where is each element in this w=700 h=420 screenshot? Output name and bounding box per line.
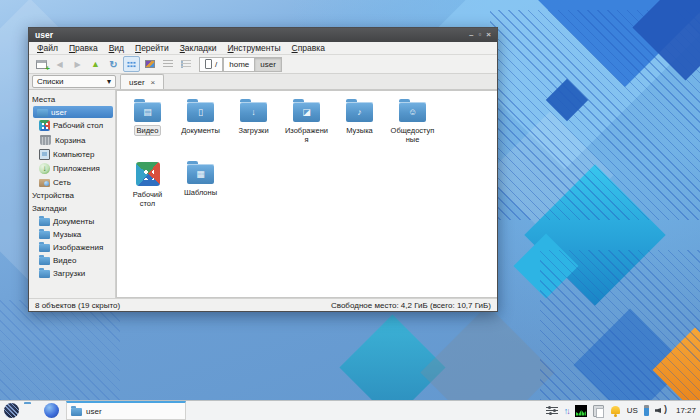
menu-item-2[interactable]: Вид: [109, 43, 124, 53]
tab-bar: user ×: [116, 74, 497, 89]
close-button[interactable]: ×: [486, 31, 491, 39]
refresh-button[interactable]: ↻: [105, 56, 122, 72]
folder-documents-emblem: ▯: [187, 102, 214, 122]
desktop-wallpaper: user – ▫ × ФайлПравкаВидПерейтиЗакладкиИ…: [0, 0, 700, 420]
browser-launcher-icon[interactable]: [44, 403, 59, 418]
path-root-button[interactable]: /: [199, 57, 223, 72]
sidebar-item[interactable]: Компьютер: [37, 148, 113, 161]
file-item[interactable]: Рабочий стол: [121, 161, 174, 223]
folder-music-icon: ♪: [346, 102, 373, 122]
app-menu-icon[interactable]: [4, 403, 19, 418]
mixer-icon[interactable]: [546, 405, 558, 416]
clipboard-icon[interactable]: [593, 405, 604, 417]
file-item[interactable]: ♪Музыка: [333, 99, 386, 161]
folder-icon: [39, 218, 50, 226]
menu-item-1[interactable]: Правка: [69, 43, 98, 53]
sidebar-item[interactable]: Видео: [37, 254, 113, 266]
sidebar-mode-dropdown[interactable]: Списки ▾: [32, 75, 116, 88]
sidebar-item-label: Рабочий стол: [53, 121, 103, 130]
keyboard-layout-indicator[interactable]: US: [627, 406, 638, 415]
device-icon: [205, 59, 212, 69]
minimize-button[interactable]: –: [469, 31, 473, 39]
compact-view-icon: [163, 60, 173, 68]
sidebar-item[interactable]: Корзина: [37, 133, 113, 147]
folder-public-icon: ☺: [399, 102, 426, 122]
system-monitor-icon[interactable]: [575, 405, 587, 417]
tab-close-icon[interactable]: ×: [151, 78, 156, 87]
desktop-icon: [136, 162, 160, 186]
menu-item-6[interactable]: Справка: [292, 43, 325, 53]
up-button[interactable]: ▲: [87, 56, 104, 72]
sidebar-mode-label: Списки: [37, 77, 64, 86]
status-free-space: Свободное место: 4,2 ГиБ (всего: 10,7 Ги…: [331, 301, 491, 310]
sidebar-section-header[interactable]: Закладки: [29, 202, 115, 215]
file-label: Изображения: [281, 125, 332, 145]
new-window-button[interactable]: [33, 56, 50, 72]
maximize-button[interactable]: ▫: [478, 31, 481, 39]
path-root-label: /: [215, 60, 217, 69]
folder-icon: [71, 408, 82, 416]
trash-icon: [40, 135, 51, 145]
file-label: Общедоступные: [387, 125, 438, 145]
panel-row: Списки ▾ user ×: [29, 74, 497, 90]
folder-icon: [39, 244, 50, 252]
sidebar-item[interactable]: Приложения: [37, 162, 113, 175]
sidebar-item-label: Компьютер: [53, 150, 94, 159]
sidebar-section-header[interactable]: Устройства: [29, 189, 115, 202]
view-thumbnails-button[interactable]: [141, 56, 158, 72]
file-item[interactable]: ◪Изображения: [280, 99, 333, 161]
removable-media-icon[interactable]: [644, 405, 649, 416]
file-item[interactable]: ↓Загрузки: [227, 99, 280, 161]
tab-user[interactable]: user ×: [120, 74, 164, 89]
task-button-label: user: [86, 407, 102, 416]
folder-video-icon: ▤: [134, 102, 161, 122]
titlebar[interactable]: user – ▫ ×: [29, 28, 497, 42]
sidebar-item[interactable]: Рабочий стол: [37, 119, 113, 132]
forward-icon: ▶: [74, 60, 80, 69]
statusbar: 8 объектов (19 скрыто) Свободное место: …: [29, 298, 497, 311]
folder-pictures-emblem: ◪: [293, 102, 320, 122]
view-compact-button[interactable]: [159, 56, 176, 72]
menu-item-4[interactable]: Закладки: [180, 43, 217, 53]
sidebar-item[interactable]: Изображения: [37, 241, 113, 253]
notifications-bell-icon[interactable]: [610, 405, 621, 417]
file-item[interactable]: ▯Документы: [174, 99, 227, 161]
back-button[interactable]: ◀: [51, 56, 68, 72]
sidebar-item[interactable]: user: [33, 106, 113, 118]
sidebar-item[interactable]: Музыка: [37, 228, 113, 240]
sidebar-item[interactable]: Документы: [37, 215, 113, 227]
thumbnails-view-icon: [145, 60, 155, 68]
sidebar-section-header[interactable]: Места: [29, 93, 115, 106]
view-icons-button[interactable]: [123, 56, 140, 72]
file-view[interactable]: ▤Видео▯Документы↓Загрузки◪Изображения♪Му…: [116, 90, 497, 298]
view-detailed-button[interactable]: [177, 56, 194, 72]
file-label: Шаблоны: [181, 187, 220, 198]
volume-icon[interactable]: [655, 405, 668, 416]
wallpaper-stripes: [490, 10, 700, 220]
path-segment-user[interactable]: user: [255, 57, 282, 72]
folder-templates-icon: ▦: [187, 164, 214, 184]
sidebar-item-label: Загрузки: [53, 269, 85, 278]
menu-item-5[interactable]: Инструменты: [228, 43, 281, 53]
file-item[interactable]: ▦Шаблоны: [174, 161, 227, 223]
clock[interactable]: 17:27: [676, 406, 696, 415]
network-traffic-icon[interactable]: ↑↓: [564, 406, 569, 416]
menu-item-0[interactable]: Файл: [37, 43, 58, 53]
sidebar-item-label: Документы: [53, 217, 94, 226]
back-icon: ◀: [56, 60, 62, 69]
file-item[interactable]: ▤Видео: [121, 99, 174, 161]
sidebar-item[interactable]: Сеть: [37, 176, 113, 188]
file-manager-launcher-icon[interactable]: [24, 404, 39, 419]
forward-button[interactable]: ▶: [69, 56, 86, 72]
sidebar-item[interactable]: Загрузки: [37, 267, 113, 279]
file-item[interactable]: ☺Общедоступные: [386, 99, 439, 161]
sidebar-item-label: Изображения: [53, 243, 103, 252]
tab-label: user: [129, 78, 145, 87]
applications-icon: [39, 163, 50, 174]
task-button-user[interactable]: user: [66, 401, 186, 420]
folder-templates-emblem: ▦: [187, 164, 214, 184]
path-segment-home[interactable]: home: [223, 57, 255, 72]
menu-item-3[interactable]: Перейти: [135, 43, 169, 53]
chevron-down-icon: ▾: [107, 77, 111, 86]
refresh-icon: ↻: [109, 59, 117, 70]
